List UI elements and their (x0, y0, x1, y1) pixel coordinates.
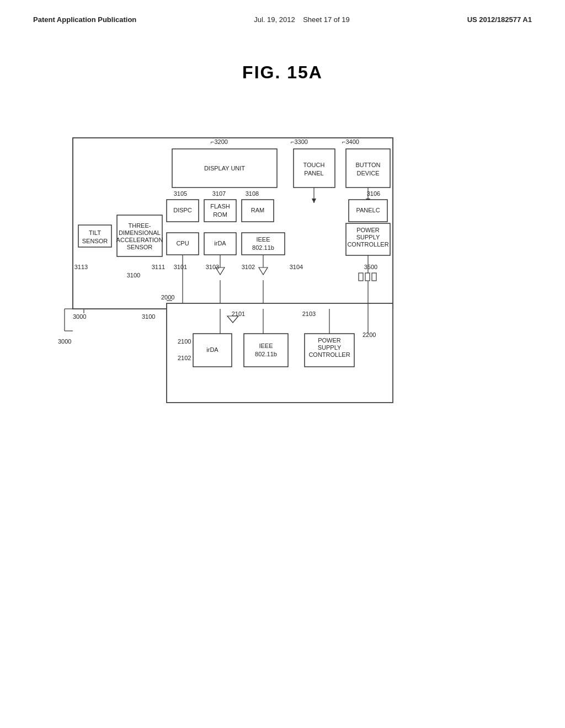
text-power-inner-2: SUPPLY (356, 234, 380, 240)
text-power-outer-2: SUPPLY (318, 344, 342, 351)
battery-1 (359, 273, 363, 281)
text-touch-panel-1: TOUCH (303, 162, 325, 168)
label-3000-side: 3000 (58, 338, 71, 345)
label-2100: 2100 (178, 338, 191, 345)
figure-title: FIG. 15A (0, 62, 565, 83)
text-display-unit: DISPLAY UNIT (204, 165, 245, 172)
text-tilt-sensor-2: SENSOR (82, 238, 108, 244)
text-irda-outer: irDA (206, 346, 218, 353)
text-ieee-outer-2: 802.11b (255, 351, 277, 357)
text-ieee-outer-1: IEEE (259, 342, 273, 349)
label-3200: ⌐3200 (211, 138, 228, 145)
text-irda-inner: irDA (214, 240, 226, 247)
page-header: Patent Application Publication Jul. 19, … (0, 0, 565, 29)
label-3107: 3107 (212, 190, 226, 197)
text-power-inner-3: CONTROLLER (347, 241, 388, 248)
text-panelc: PANELC (356, 207, 380, 213)
label-3108: 3108 (246, 190, 259, 197)
label-3500: 3500 (364, 264, 377, 270)
text-ram: RAM (251, 207, 264, 213)
text-3d-sensor-1: THREE- (129, 222, 151, 229)
text-button-device-2: DEVICE (357, 170, 380, 176)
label-3111: 3111 (152, 264, 165, 270)
text-ieee-inner-2: 802.11b (252, 244, 274, 251)
patent-diagram: 3000 3100 ⌐3200 DISPLAY UNIT ⌐3300 TOUCH… (56, 105, 509, 425)
diagram-area: 3000 3100 ⌐3200 DISPLAY UNIT ⌐3300 TOUCH… (56, 105, 509, 427)
label-3102: 3102 (242, 264, 255, 270)
box-touch-panel (294, 149, 335, 188)
label-3101: 3101 (174, 264, 187, 270)
box-button-device (346, 149, 390, 188)
battery-2 (365, 273, 370, 281)
text-button-device-1: BUTTON (355, 162, 380, 168)
text-flash-rom-1: FLASH (210, 203, 230, 210)
label-3400: ⌐3400 (342, 138, 359, 145)
label-3100: 3100 (142, 313, 155, 320)
text-power-inner-1: POWER (356, 227, 380, 233)
battery-3 (372, 273, 376, 281)
label-3105: 3105 (174, 190, 187, 197)
text-touch-panel-2: PANEL (304, 170, 323, 176)
label-3300: ⌐3300 (291, 138, 308, 145)
label-2000: 2000 (161, 294, 174, 301)
label-3113: 3113 (74, 264, 88, 270)
text-ieee-inner-1: IEEE (256, 236, 270, 243)
text-power-outer-3: CONTROLLER (308, 351, 350, 358)
label-2103: 2103 (302, 311, 316, 317)
header-publication-type: Patent Application Publication (33, 15, 136, 24)
text-cpu: CPU (176, 240, 189, 247)
label-3100-bottom: 3100 (127, 272, 140, 279)
text-3d-sensor-3: ACCELERATION (116, 237, 163, 243)
header-sheet: Sheet 17 of 19 (303, 15, 350, 24)
label-2102: 2102 (178, 355, 191, 361)
header-date-sheet: Jul. 19, 2012 Sheet 17 of 19 (254, 15, 349, 24)
text-power-outer-1: POWER (318, 337, 341, 344)
text-dispc: DISPC (173, 207, 192, 213)
text-tilt-sensor-1: TILT (89, 229, 101, 236)
label-3104: 3104 (290, 264, 303, 270)
text-3d-sensor-4: SENSOR (127, 244, 153, 250)
label-3106: 3106 (367, 190, 380, 197)
header-patent-number: US 2012/182577 A1 (467, 15, 532, 24)
label-2200: 2200 (363, 331, 376, 338)
header-date: Jul. 19, 2012 (254, 15, 295, 24)
text-3d-sensor-2: DIMENSIONAL (119, 229, 161, 236)
label-3000: 3000 (73, 313, 86, 320)
text-flash-rom-2: ROM (213, 211, 227, 218)
